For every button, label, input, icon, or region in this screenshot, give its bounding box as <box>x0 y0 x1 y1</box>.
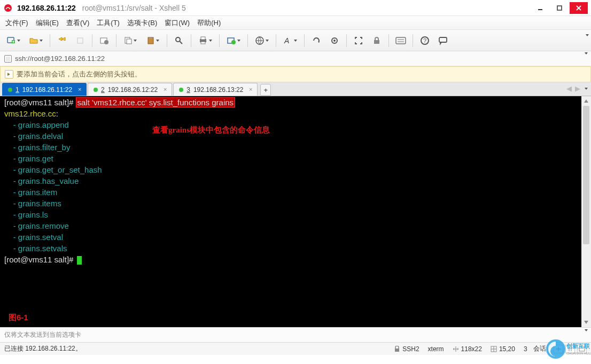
toolbar-overflow-icon[interactable] <box>585 36 589 44</box>
find-button[interactable] <box>171 34 187 48</box>
menu-tabs[interactable]: 选项卡(B) <box>127 18 157 28</box>
print-button[interactable] <box>195 34 215 48</box>
menu-file[interactable]: 文件(F) <box>5 18 28 28</box>
title-ip: 192.168.26.11:22 <box>17 4 76 12</box>
status-dot-icon <box>179 88 183 92</box>
add-session-arrow-button[interactable] <box>5 70 13 79</box>
terminal-pane[interactable]: [root@vms11 salt]# salt 'vms12.rhce.cc' … <box>0 96 591 327</box>
svg-rect-34 <box>6 57 10 61</box>
app-icon <box>3 3 13 13</box>
tab-number: 3 <box>186 86 190 94</box>
tab-number: 1 <box>15 86 19 94</box>
svg-point-11 <box>104 40 108 44</box>
tab-close-button[interactable]: × <box>162 86 168 92</box>
svg-text:?: ? <box>423 37 426 44</box>
tab-session-3[interactable]: 3 192.168.26.13:22 × <box>173 83 258 96</box>
svg-line-17 <box>180 41 182 44</box>
svg-point-16 <box>176 37 180 42</box>
status-dot-icon <box>8 88 12 92</box>
reconnect-button[interactable] <box>54 34 70 48</box>
title-sub: root@vms11:/srv/salt - Xshell 5 <box>82 4 186 12</box>
scroll-down-button[interactable] <box>581 317 591 327</box>
tab-label: 192.168.26.11:22 <box>22 86 72 94</box>
tab-prev-button[interactable]: ◀ <box>566 84 572 92</box>
info-text: 要添加当前会话，点击左侧的箭头按钮。 <box>17 69 142 79</box>
fullscreen-button[interactable] <box>351 34 367 48</box>
status-protocol: SSH2 <box>390 345 423 353</box>
tab-list-button[interactable] <box>585 88 588 90</box>
tab-label: 192.168.26.12:22 <box>108 86 158 94</box>
tab-label: 192.168.26.13:22 <box>193 86 243 94</box>
log-button[interactable] <box>223 34 244 48</box>
scroll-up-button[interactable] <box>581 96 591 106</box>
svg-rect-9 <box>77 38 83 43</box>
address-url[interactable]: ssh://root@192.168.26.11:22 <box>15 55 105 63</box>
terminal-output[interactable]: [root@vms11 salt]# salt 'vms12.rhce.cc' … <box>0 96 591 267</box>
session-icon <box>4 55 12 63</box>
svg-rect-19 <box>201 37 205 40</box>
tab-close-button[interactable]: × <box>247 86 254 92</box>
status-sessions: 3 会话 <box>519 344 550 353</box>
status-size: 118x22 <box>448 345 486 353</box>
title-bar: 192.168.26.11:22 root@vms11:/srv/salt - … <box>0 0 591 16</box>
minimize-button[interactable] <box>531 2 549 14</box>
tab-session-1[interactable]: 1 192.168.26.11:22 × <box>2 83 87 96</box>
tab-close-button[interactable]: × <box>76 86 83 92</box>
status-cursor-pos: 15,20 <box>486 345 519 353</box>
settings-button[interactable] <box>326 34 343 48</box>
close-button[interactable] <box>570 2 588 14</box>
send-bar-dropdown-icon[interactable] <box>584 331 588 339</box>
status-layout-c-button[interactable] <box>577 345 587 353</box>
new-tab-button[interactable]: + <box>260 84 271 96</box>
maximize-button[interactable] <box>550 2 569 14</box>
scroll-thumb[interactable] <box>583 106 589 244</box>
font-button[interactable]: A <box>280 34 300 48</box>
status-dot-icon <box>94 88 98 92</box>
svg-rect-28 <box>396 37 406 44</box>
status-connection: 已连接 192.168.26.11:22。 <box>4 344 82 353</box>
status-bar: 已连接 192.168.26.11:22。 SSH2 xterm 118x22 … <box>0 342 591 355</box>
svg-rect-15 <box>149 37 152 38</box>
encoding-button[interactable] <box>252 34 272 48</box>
svg-rect-2 <box>557 6 562 10</box>
svg-point-26 <box>333 40 336 42</box>
tab-next-button[interactable]: ▶ <box>575 84 580 92</box>
status-term-type: xterm <box>424 345 448 353</box>
annotation-text: 查看grains模块中包含的命令信息 <box>152 125 270 135</box>
terminal-scrollbar[interactable] <box>581 96 591 327</box>
paste-button[interactable] <box>143 34 163 48</box>
menu-view[interactable]: 查看(V) <box>66 18 89 28</box>
size-icon <box>453 346 459 352</box>
disconnect-button[interactable] <box>72 34 88 48</box>
svg-text:A: A <box>284 36 289 45</box>
address-dropdown-icon[interactable] <box>584 55 588 63</box>
info-bar: 要添加当前会话，点击左侧的箭头按钮。 <box>0 66 591 82</box>
menu-tools[interactable]: 工具(T) <box>97 18 120 28</box>
figure-caption: 图6-1 <box>9 313 28 323</box>
refresh-button[interactable] <box>308 34 324 48</box>
send-bar[interactable]: 仅将文本发送到当前选项卡 <box>0 327 591 342</box>
status-layout-a-button[interactable] <box>554 345 563 353</box>
new-session-button[interactable] <box>3 34 24 48</box>
address-bar: ssh://root@192.168.26.11:22 <box>0 51 591 66</box>
tab-session-2[interactable]: 2 192.168.26.12:22 × <box>88 83 172 96</box>
chat-button[interactable] <box>435 34 451 48</box>
lock-button[interactable] <box>369 34 385 48</box>
status-layout-b-button[interactable] <box>565 345 575 353</box>
send-bar-text: 仅将文本发送到当前选项卡 <box>4 330 81 339</box>
tab-number: 2 <box>101 86 105 94</box>
keyboard-button[interactable] <box>393 34 409 48</box>
svg-point-0 <box>4 4 12 12</box>
svg-point-22 <box>231 40 236 44</box>
menu-bar: 文件(F) 编辑(E) 查看(V) 工具(T) 选项卡(B) 窗口(W) 帮助(… <box>0 16 591 30</box>
copy-button[interactable] <box>120 34 141 48</box>
open-button[interactable] <box>26 34 46 48</box>
menu-help[interactable]: 帮助(H) <box>197 18 221 28</box>
help-button[interactable]: ? <box>417 34 433 48</box>
properties-button[interactable] <box>96 34 112 48</box>
svg-rect-20 <box>201 42 205 44</box>
session-tabs: 1 192.168.26.11:22 × 2 192.168.26.12:22 … <box>0 82 591 96</box>
menu-window[interactable]: 窗口(W) <box>165 18 190 28</box>
menu-edit[interactable]: 编辑(E) <box>36 18 59 28</box>
tab-nav: ◀ ▶ <box>566 84 588 92</box>
